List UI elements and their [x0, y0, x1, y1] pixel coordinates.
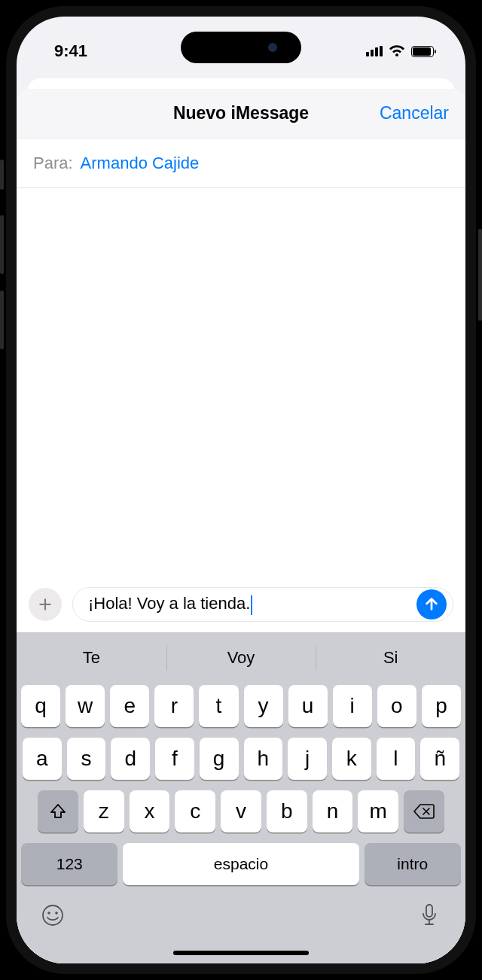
recipient-field[interactable]: Para: Armando Cajide: [17, 138, 465, 188]
conversation-area: [17, 188, 465, 581]
key-o[interactable]: o: [377, 685, 416, 727]
status-time: 9:41: [54, 41, 87, 61]
keyboard-row-2: a s d f g h j k l ñ: [21, 738, 461, 780]
add-attachment-button[interactable]: [29, 588, 62, 621]
key-d[interactable]: d: [111, 738, 150, 780]
cancel-button[interactable]: Cancelar: [380, 103, 449, 123]
keyboard-row-1: q w e r t y u i o p: [21, 685, 461, 727]
keyboard-row-3: z x c v b n m: [21, 790, 461, 832]
suggestion-3[interactable]: Si: [316, 635, 465, 680]
shift-key[interactable]: [38, 790, 78, 832]
suggestion-1[interactable]: Te: [17, 635, 166, 680]
message-text-input[interactable]: ¡Hola! Voy a la tienda.: [72, 587, 453, 622]
cellular-signal-icon: [366, 46, 383, 56]
svg-point-2: [55, 912, 58, 915]
key-v[interactable]: v: [221, 790, 261, 832]
key-e[interactable]: e: [110, 685, 149, 727]
keyboard-bottom-bar: [17, 900, 465, 929]
suggestion-2[interactable]: Voy: [166, 635, 316, 680]
key-q[interactable]: q: [21, 685, 60, 727]
key-u[interactable]: u: [288, 685, 328, 727]
key-b[interactable]: b: [267, 790, 307, 832]
key-h[interactable]: h: [244, 738, 283, 780]
nav-header: Nuevo iMessage Cancelar: [17, 89, 465, 138]
key-c[interactable]: c: [175, 790, 215, 832]
return-key[interactable]: intro: [365, 843, 461, 885]
key-w[interactable]: w: [66, 685, 105, 727]
message-text: ¡Hola! Voy a la tienda.: [88, 594, 410, 614]
shift-icon: [49, 802, 67, 820]
svg-point-1: [47, 912, 50, 915]
mic-icon: [420, 903, 438, 927]
key-r[interactable]: r: [154, 685, 194, 727]
svg-point-0: [43, 905, 63, 925]
key-l[interactable]: l: [377, 738, 416, 780]
key-y[interactable]: y: [244, 685, 283, 727]
send-button[interactable]: [416, 589, 447, 619]
arrow-up-icon: [423, 596, 440, 613]
wifi-icon: [389, 45, 405, 57]
message-input-bar: ¡Hola! Voy a la tienda.: [17, 581, 465, 632]
suggestion-bar: Te Voy Si: [17, 635, 465, 680]
key-enye[interactable]: ñ: [420, 738, 459, 780]
recipient-label: Para:: [33, 154, 73, 173]
key-a[interactable]: a: [23, 738, 62, 780]
battery-icon: [411, 46, 434, 57]
key-g[interactable]: g: [200, 738, 239, 780]
home-indicator[interactable]: [173, 951, 309, 955]
keyboard-row-4: 123 espacio intro: [21, 843, 461, 885]
compose-sheet: Nuevo iMessage Cancelar Para: Armando Ca…: [17, 89, 465, 963]
plus-icon: [38, 597, 53, 612]
emoji-button[interactable]: [39, 902, 66, 929]
key-m[interactable]: m: [358, 790, 398, 832]
keyboard: Te Voy Si q w e r t y u i o p: [17, 632, 465, 963]
key-z[interactable]: z: [84, 790, 124, 832]
key-s[interactable]: s: [67, 738, 106, 780]
key-n[interactable]: n: [313, 790, 353, 832]
delete-key[interactable]: [404, 790, 444, 832]
dictate-button[interactable]: [416, 902, 443, 929]
dynamic-island: [181, 32, 301, 63]
svg-rect-3: [426, 905, 432, 917]
emoji-icon: [41, 903, 65, 927]
space-key[interactable]: espacio: [123, 843, 358, 885]
key-i[interactable]: i: [333, 685, 372, 727]
key-p[interactable]: p: [422, 685, 461, 727]
page-title: Nuevo iMessage: [173, 103, 309, 123]
numeric-key[interactable]: 123: [21, 843, 117, 885]
backspace-icon: [413, 803, 435, 820]
recipient-name: Armando Cajide: [81, 154, 200, 173]
key-x[interactable]: x: [130, 790, 170, 832]
key-k[interactable]: k: [332, 738, 371, 780]
key-f[interactable]: f: [155, 738, 194, 780]
key-j[interactable]: j: [288, 738, 327, 780]
key-t[interactable]: t: [199, 685, 238, 727]
